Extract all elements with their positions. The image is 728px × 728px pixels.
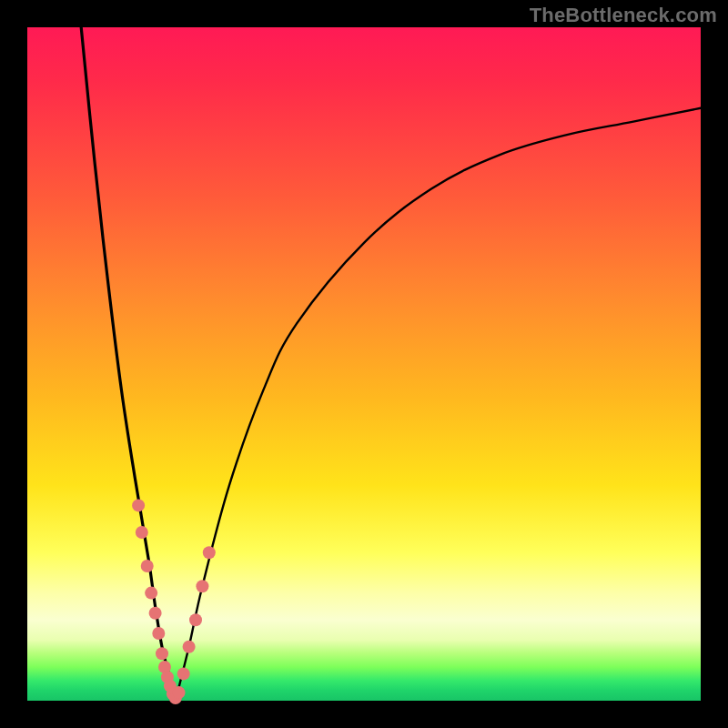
chart-frame: TheBottleneck.com <box>0 0 728 728</box>
watermark-text: TheBottleneck.com <box>530 4 717 27</box>
data-point-marker <box>203 546 216 559</box>
data-point-marker <box>189 613 202 626</box>
data-point-marker <box>156 647 168 660</box>
data-point-marker <box>152 627 165 640</box>
data-point-marker <box>149 607 162 620</box>
data-point-marker <box>136 526 148 539</box>
data-point-marker <box>196 580 208 592</box>
marker-layer <box>132 499 216 704</box>
curve-layer <box>81 27 701 701</box>
chart-svg <box>27 27 701 701</box>
curve-right-branch <box>176 108 701 701</box>
data-point-marker <box>145 587 157 600</box>
data-point-marker <box>141 560 154 572</box>
data-point-marker <box>183 641 196 653</box>
data-point-marker <box>177 667 190 680</box>
curve-left-branch <box>81 27 176 701</box>
data-point-marker <box>173 686 186 699</box>
plot-area <box>27 27 701 701</box>
data-point-marker <box>132 499 145 511</box>
